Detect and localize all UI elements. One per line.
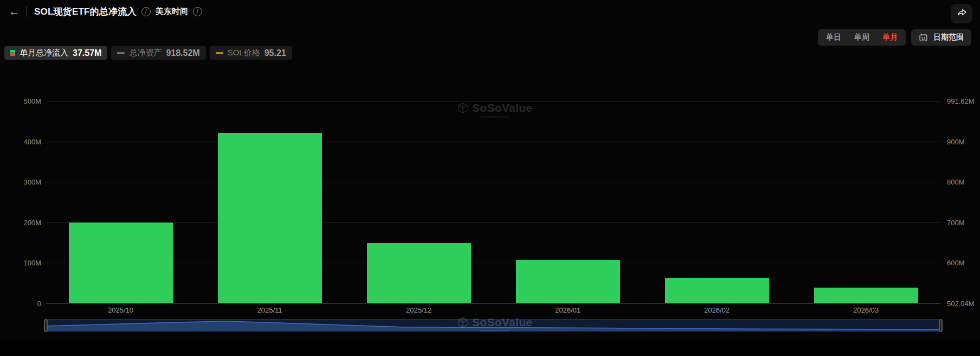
- y-axis-right-tick: 900M: [947, 137, 965, 145]
- y-axis-right-tick: 502.04M: [947, 300, 975, 308]
- gray-dash-icon: [117, 52, 125, 54]
- title-info-icon[interactable]: [141, 7, 151, 16]
- legend-item-total-net-assets[interactable]: 总净资产 918.52M: [111, 46, 205, 60]
- timezone-label: 美东时间: [156, 7, 188, 17]
- datazoom-left-handle[interactable]: [44, 319, 48, 332]
- x-axis-label: 2025/11: [257, 306, 282, 314]
- datazoom-slider[interactable]: [46, 319, 940, 332]
- y-axis-right-tick: 800M: [947, 178, 965, 186]
- gold-dash-icon: [216, 52, 223, 54]
- period-toggle: 单日 单周 单月: [818, 29, 906, 46]
- bar-2025/10[interactable]: [69, 223, 173, 303]
- bar-2025/12[interactable]: [367, 243, 471, 303]
- legend-value: 95.21: [265, 48, 286, 58]
- gridline: [46, 303, 940, 304]
- page-title: SOL现货ETF的总净流入: [34, 5, 137, 18]
- gridline: [46, 223, 940, 223]
- sol-etf-netflow-page: ← SOL现货ETF的总净流入 美东时间 单日 单周 单月 12: [0, 0, 980, 356]
- y-axis-left-tick: 0: [37, 300, 41, 308]
- y-axis-left-tick: 500M: [23, 97, 41, 105]
- legend-label: SOL价格: [228, 48, 260, 58]
- bar-2026/02[interactable]: [665, 278, 769, 303]
- legend-item-monthly-netflow[interactable]: 单月总净流入 37.57M: [4, 46, 107, 60]
- legend-value: 37.57M: [73, 48, 101, 58]
- x-axis: 2025/102025/112025/122026/012026/022026/…: [46, 306, 940, 315]
- chart-legend: 单月总净流入 37.57M 总净资产 918.52M SOL价格 95.21: [4, 46, 292, 60]
- period-option-monthly[interactable]: 单月: [882, 33, 898, 42]
- x-axis-label: 2026/02: [704, 306, 730, 314]
- y-axis-left-tick: 200M: [23, 218, 41, 226]
- gridline: [46, 263, 940, 263]
- y-axis-right-tick: 700M: [947, 218, 965, 226]
- x-axis-label: 2025/12: [406, 306, 431, 314]
- header: ← SOL现货ETF的总净流入 美东时间: [0, 0, 980, 23]
- period-option-weekly[interactable]: 单周: [854, 33, 869, 42]
- candle-legend-icon: [10, 50, 15, 56]
- legend-label: 单月总净流入: [20, 48, 68, 58]
- y-axis-left-tick: 300M: [23, 178, 41, 186]
- back-button[interactable]: ←: [9, 6, 20, 17]
- gridline: [46, 182, 940, 182]
- svg-text:12: 12: [921, 36, 926, 40]
- share-button[interactable]: [951, 4, 972, 23]
- date-range-label: 日期范围: [933, 33, 964, 42]
- gridline: [46, 101, 940, 101]
- legend-label: 总净资产: [129, 48, 162, 58]
- y-axis-left-tick: 100M: [23, 259, 41, 267]
- x-axis-label: 2026/01: [555, 306, 581, 314]
- plot-area: [46, 101, 940, 303]
- y-axis-right-tick: 991.62M: [947, 97, 975, 105]
- timezone-info-icon[interactable]: [193, 7, 202, 16]
- y-axis-right: 991.62M900M800M700M600M502.04M: [947, 101, 980, 303]
- share-icon: [956, 7, 968, 21]
- datazoom-right-handle[interactable]: [939, 319, 943, 332]
- x-axis-label: 2025/10: [108, 306, 133, 314]
- period-option-daily[interactable]: 单日: [826, 33, 841, 42]
- bar-2026/01[interactable]: [516, 260, 620, 303]
- legend-item-sol-price[interactable]: SOL价格 95.21: [210, 46, 292, 60]
- y-axis-left-tick: 400M: [23, 137, 41, 145]
- datazoom-preview: [46, 320, 940, 331]
- date-range-button[interactable]: 12 日期范围: [911, 29, 971, 46]
- gridline: [46, 142, 940, 142]
- toolbar: 单日 单周 单月 12 日期范围: [818, 29, 971, 46]
- y-axis-right-tick: 600M: [947, 259, 965, 267]
- legend-value: 918.52M: [166, 48, 199, 58]
- footer-band: [0, 340, 980, 356]
- calendar-icon: 12: [919, 33, 928, 42]
- bar-2026/03[interactable]: [814, 288, 918, 303]
- header-divider: [26, 6, 27, 17]
- bar-2025/11[interactable]: [218, 133, 322, 303]
- x-axis-label: 2026/03: [853, 306, 879, 314]
- y-axis-left: 500M400M300M200M100M0: [0, 101, 41, 303]
